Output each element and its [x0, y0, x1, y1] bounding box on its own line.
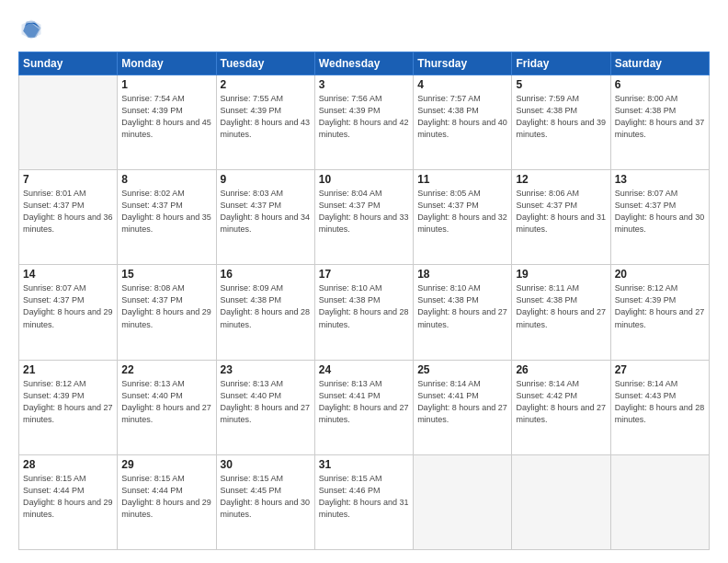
day-number: 6 [615, 78, 705, 91]
day-cell [610, 454, 709, 549]
day-cell: 9Sunrise: 8:03 AMSunset: 4:37 PMDaylight… [216, 170, 314, 265]
day-cell [414, 454, 512, 549]
day-number: 5 [516, 78, 606, 91]
day-info: Sunrise: 8:04 AMSunset: 4:37 PMDaylight:… [319, 188, 409, 236]
day-cell: 7Sunrise: 8:01 AMSunset: 4:37 PMDaylight… [19, 170, 118, 265]
day-number: 27 [615, 363, 705, 376]
day-number: 3 [319, 78, 409, 91]
day-info: Sunrise: 8:07 AMSunset: 4:37 PMDaylight:… [23, 282, 113, 330]
day-info: Sunrise: 7:57 AMSunset: 4:38 PMDaylight:… [417, 93, 507, 141]
day-info: Sunrise: 8:15 AMSunset: 4:46 PMDaylight:… [319, 473, 409, 521]
day-number: 29 [121, 458, 211, 471]
day-cell: 20Sunrise: 8:12 AMSunset: 4:39 PMDayligh… [610, 265, 709, 360]
day-info: Sunrise: 7:56 AMSunset: 4:39 PMDaylight:… [319, 93, 409, 141]
day-info: Sunrise: 8:10 AMSunset: 4:38 PMDaylight:… [417, 282, 507, 330]
day-info: Sunrise: 8:03 AMSunset: 4:37 PMDaylight:… [221, 188, 311, 236]
day-info: Sunrise: 7:55 AMSunset: 4:39 PMDaylight:… [221, 93, 311, 141]
day-info: Sunrise: 8:06 AMSunset: 4:37 PMDaylight:… [516, 188, 606, 236]
week-row-0: 1Sunrise: 7:54 AMSunset: 4:39 PMDaylight… [19, 75, 710, 170]
day-info: Sunrise: 8:00 AMSunset: 4:38 PMDaylight:… [615, 93, 705, 141]
day-number: 23 [221, 363, 311, 376]
day-number: 1 [121, 78, 211, 91]
day-number: 28 [23, 458, 113, 471]
day-cell: 14Sunrise: 8:07 AMSunset: 4:37 PMDayligh… [19, 265, 118, 360]
day-number: 20 [615, 268, 705, 281]
day-number: 10 [319, 173, 409, 186]
weekday-header-tuesday: Tuesday [216, 52, 314, 75]
header [18, 17, 710, 42]
day-cell: 6Sunrise: 8:00 AMSunset: 4:38 PMDaylight… [610, 75, 709, 170]
day-number: 8 [121, 173, 211, 186]
day-info: Sunrise: 8:14 AMSunset: 4:42 PMDaylight:… [516, 378, 606, 426]
day-info: Sunrise: 8:01 AMSunset: 4:37 PMDaylight:… [23, 188, 113, 236]
logo [18, 17, 48, 42]
day-number: 19 [516, 268, 606, 281]
calendar-table: SundayMondayTuesdayWednesdayThursdayFrid… [18, 52, 710, 550]
day-info: Sunrise: 8:15 AMSunset: 4:44 PMDaylight:… [121, 473, 211, 521]
week-row-1: 7Sunrise: 8:01 AMSunset: 4:37 PMDaylight… [19, 170, 710, 265]
day-number: 13 [615, 173, 705, 186]
day-info: Sunrise: 8:13 AMSunset: 4:41 PMDaylight:… [319, 378, 409, 426]
day-info: Sunrise: 8:09 AMSunset: 4:38 PMDaylight:… [221, 282, 311, 330]
day-cell: 22Sunrise: 8:13 AMSunset: 4:40 PMDayligh… [118, 360, 216, 454]
day-cell: 2Sunrise: 7:55 AMSunset: 4:39 PMDaylight… [216, 75, 314, 170]
day-cell: 30Sunrise: 8:15 AMSunset: 4:45 PMDayligh… [216, 454, 314, 549]
day-number: 7 [23, 173, 113, 186]
day-cell: 8Sunrise: 8:02 AMSunset: 4:37 PMDaylight… [118, 170, 216, 265]
day-cell: 23Sunrise: 8:13 AMSunset: 4:40 PMDayligh… [216, 360, 314, 454]
day-number: 21 [23, 363, 113, 376]
day-cell: 19Sunrise: 8:11 AMSunset: 4:38 PMDayligh… [512, 265, 610, 360]
day-number: 26 [516, 363, 606, 376]
week-row-3: 21Sunrise: 8:12 AMSunset: 4:39 PMDayligh… [19, 360, 710, 454]
day-info: Sunrise: 8:10 AMSunset: 4:38 PMDaylight:… [319, 282, 409, 330]
day-cell: 4Sunrise: 7:57 AMSunset: 4:38 PMDaylight… [414, 75, 512, 170]
day-cell: 1Sunrise: 7:54 AMSunset: 4:39 PMDaylight… [118, 75, 216, 170]
day-number: 11 [417, 173, 507, 186]
day-info: Sunrise: 8:05 AMSunset: 4:37 PMDaylight:… [417, 188, 507, 236]
day-info: Sunrise: 8:15 AMSunset: 4:44 PMDaylight:… [23, 473, 113, 521]
day-cell: 29Sunrise: 8:15 AMSunset: 4:44 PMDayligh… [118, 454, 216, 549]
day-cell: 5Sunrise: 7:59 AMSunset: 4:38 PMDaylight… [512, 75, 610, 170]
day-info: Sunrise: 8:07 AMSunset: 4:37 PMDaylight:… [615, 188, 705, 236]
day-info: Sunrise: 8:11 AMSunset: 4:38 PMDaylight:… [516, 282, 606, 330]
day-number: 9 [221, 173, 311, 186]
day-number: 15 [121, 268, 211, 281]
weekday-header-sunday: Sunday [19, 52, 118, 75]
weekday-header-monday: Monday [118, 52, 216, 75]
weekday-header-saturday: Saturday [610, 52, 709, 75]
day-info: Sunrise: 8:13 AMSunset: 4:40 PMDaylight:… [221, 378, 311, 426]
day-info: Sunrise: 8:14 AMSunset: 4:43 PMDaylight:… [615, 378, 705, 426]
day-number: 22 [121, 363, 211, 376]
page: SundayMondayTuesdayWednesdayThursdayFrid… [0, 0, 728, 563]
day-cell: 25Sunrise: 8:14 AMSunset: 4:41 PMDayligh… [414, 360, 512, 454]
day-cell: 11Sunrise: 8:05 AMSunset: 4:37 PMDayligh… [414, 170, 512, 265]
day-number: 30 [221, 458, 311, 471]
day-info: Sunrise: 8:14 AMSunset: 4:41 PMDaylight:… [417, 378, 507, 426]
day-number: 4 [417, 78, 507, 91]
day-number: 24 [319, 363, 409, 376]
day-number: 18 [417, 268, 507, 281]
day-number: 31 [319, 458, 409, 471]
day-cell [19, 75, 118, 170]
day-cell: 31Sunrise: 8:15 AMSunset: 4:46 PMDayligh… [314, 454, 413, 549]
weekday-header-thursday: Thursday [414, 52, 512, 75]
day-cell: 21Sunrise: 8:12 AMSunset: 4:39 PMDayligh… [19, 360, 118, 454]
day-cell: 12Sunrise: 8:06 AMSunset: 4:37 PMDayligh… [512, 170, 610, 265]
logo-icon [18, 17, 44, 42]
day-cell: 17Sunrise: 8:10 AMSunset: 4:38 PMDayligh… [314, 265, 413, 360]
day-info: Sunrise: 8:12 AMSunset: 4:39 PMDaylight:… [23, 378, 113, 426]
day-cell: 24Sunrise: 8:13 AMSunset: 4:41 PMDayligh… [314, 360, 413, 454]
day-number: 2 [221, 78, 311, 91]
day-info: Sunrise: 8:15 AMSunset: 4:45 PMDaylight:… [221, 473, 311, 521]
day-info: Sunrise: 8:08 AMSunset: 4:37 PMDaylight:… [121, 282, 211, 330]
day-cell: 26Sunrise: 8:14 AMSunset: 4:42 PMDayligh… [512, 360, 610, 454]
day-number: 17 [319, 268, 409, 281]
day-number: 25 [417, 363, 507, 376]
day-cell: 15Sunrise: 8:08 AMSunset: 4:37 PMDayligh… [118, 265, 216, 360]
day-cell: 27Sunrise: 8:14 AMSunset: 4:43 PMDayligh… [610, 360, 709, 454]
day-number: 16 [221, 268, 311, 281]
day-cell: 16Sunrise: 8:09 AMSunset: 4:38 PMDayligh… [216, 265, 314, 360]
day-cell: 10Sunrise: 8:04 AMSunset: 4:37 PMDayligh… [314, 170, 413, 265]
day-info: Sunrise: 8:12 AMSunset: 4:39 PMDaylight:… [615, 282, 705, 330]
day-info: Sunrise: 8:13 AMSunset: 4:40 PMDaylight:… [121, 378, 211, 426]
